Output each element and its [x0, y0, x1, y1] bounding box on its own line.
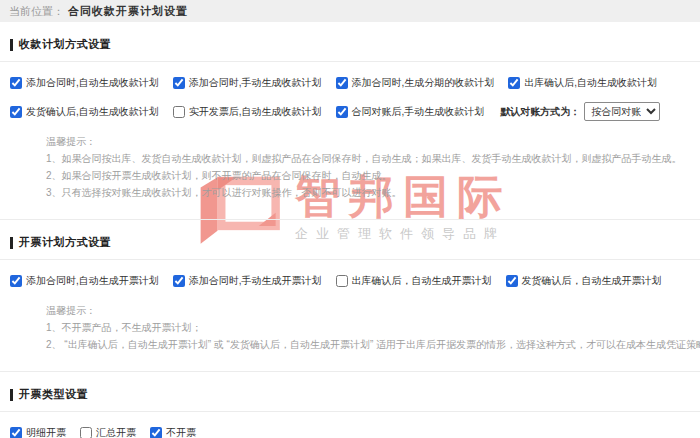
- checkbox-label: 实开发票后,自动生成收款计划: [189, 105, 322, 119]
- checkbox[interactable]: [173, 275, 185, 287]
- checkbox-label: 出库确认后,自动生成收款计划: [524, 76, 657, 90]
- breadcrumb-current-page: 合同收款开票计划设置: [68, 4, 188, 19]
- checkbox-item[interactable]: 出库确认后，自动生成开票计划: [336, 274, 492, 288]
- checkbox-row: 明细开票汇总开票不开票: [0, 423, 700, 438]
- section-title-bar: [10, 237, 13, 249]
- checkbox[interactable]: [10, 77, 22, 89]
- checkbox-item[interactable]: 添加合同时,自动生成开票计划: [10, 274, 159, 288]
- checkbox-row: 添加合同时,自动生成开票计划添加合同时,手动生成开票计划出库确认后，自动生成开票…: [0, 271, 700, 290]
- checkbox[interactable]: [150, 427, 162, 438]
- checkbox-item[interactable]: 出库确认后,自动生成收款计划: [508, 76, 657, 90]
- section-title: 开票计划方式设置: [19, 235, 111, 250]
- settings-content: 收款计划方式设置添加合同时,自动生成收款计划添加合同时,手动生成收款计划添加合同…: [0, 22, 700, 438]
- settings-section: 开票计划方式设置添加合同时,自动生成开票计划添加合同时,手动生成开票计划出库确认…: [0, 219, 700, 371]
- checkbox-label: 添加合同时,生成分期的收款计划: [352, 76, 495, 90]
- settings-section: 收款计划方式设置添加合同时,自动生成收款计划添加合同时,手动生成收款计划添加合同…: [0, 22, 700, 219]
- section-title-bar: [10, 389, 13, 401]
- checkbox[interactable]: [10, 106, 22, 118]
- checkbox-item[interactable]: 添加合同时,手动生成开票计划: [173, 274, 322, 288]
- checkbox-label: 汇总开票: [96, 426, 136, 438]
- tip-line: 1、不开票产品，不生成开票计划；: [46, 319, 700, 336]
- checkbox[interactable]: [10, 427, 22, 438]
- reconcile-mode-label: 默认对账方式为：: [500, 105, 580, 119]
- breadcrumb-label: 当前位置：: [9, 4, 64, 19]
- reconcile-mode-select[interactable]: 按合同对账: [584, 102, 660, 121]
- checkbox[interactable]: [506, 275, 518, 287]
- checkbox[interactable]: [336, 106, 348, 118]
- checkbox[interactable]: [80, 427, 92, 438]
- checkbox-item[interactable]: 明细开票: [10, 426, 66, 438]
- checkbox-label: 添加合同时,自动生成收款计划: [26, 76, 159, 90]
- checkbox-item[interactable]: 发货确认后，自动生成开票计划: [506, 274, 662, 288]
- checkbox[interactable]: [10, 275, 22, 287]
- checkbox-item[interactable]: 实开发票后,自动生成收款计划: [173, 105, 322, 119]
- tips-title: 温馨提示：: [46, 133, 700, 150]
- section-title-bar: [10, 39, 13, 51]
- checkbox-item[interactable]: 发货确认后,自动生成收款计划: [10, 105, 159, 119]
- settings-section: 开票类型设置明细开票汇总开票不开票: [0, 371, 700, 438]
- section-header: 开票计划方式设置: [0, 220, 700, 260]
- checkbox-label: 不开票: [166, 426, 196, 438]
- checkbox-item[interactable]: 汇总开票: [80, 426, 136, 438]
- checkbox-item[interactable]: 添加合同时,手动生成收款计划: [173, 76, 322, 90]
- section-header: 收款计划方式设置: [0, 22, 700, 62]
- breadcrumb: 当前位置： 合同收款开票计划设置: [0, 0, 700, 22]
- checkbox-item[interactable]: 添加合同时,生成分期的收款计划: [336, 76, 495, 90]
- checkbox-item[interactable]: 添加合同时,自动生成收款计划: [10, 76, 159, 90]
- checkbox[interactable]: [336, 77, 348, 89]
- checkbox[interactable]: [173, 106, 185, 118]
- section-title: 收款计划方式设置: [19, 37, 111, 52]
- tip-line: 2、如果合同按开票生成收款计划，则不开票的产品在合同保存时，自动生成。: [46, 167, 700, 184]
- checkbox-label: 出库确认后，自动生成开票计划: [352, 274, 492, 288]
- checkbox-label: 添加合同时,手动生成开票计划: [189, 274, 322, 288]
- checkbox-row: 添加合同时,自动生成收款计划添加合同时,手动生成收款计划添加合同时,生成分期的收…: [0, 73, 700, 92]
- checkbox-label: 添加合同时,手动生成收款计划: [189, 76, 322, 90]
- section-title: 开票类型设置: [19, 387, 88, 402]
- checkbox-label: 添加合同时,自动生成开票计划: [26, 274, 159, 288]
- tips-title: 温馨提示：: [46, 302, 700, 319]
- checkbox-label: 合同对账后,手动生成收款计划: [352, 105, 485, 119]
- checkbox-label: 发货确认后,自动生成收款计划: [26, 105, 159, 119]
- tip-line: 1、如果合同按出库、发货自动生成收款计划，则虚拟产品在合同保存时，自动生成；如果…: [46, 150, 700, 167]
- checkbox-item[interactable]: 合同对账后,手动生成收款计划: [336, 105, 485, 119]
- tip-line: 3、只有选择按对账生成收款计划，才可以进行对账操作，否则不可以进行对账。: [46, 184, 700, 201]
- checkbox[interactable]: [173, 77, 185, 89]
- checkbox[interactable]: [508, 77, 520, 89]
- checkbox[interactable]: [336, 275, 348, 287]
- checkbox-label: 明细开票: [26, 426, 66, 438]
- tips-block: 温馨提示：1、不开票产品，不生成开票计划；2、 “出库确认后，自动生成开票计划”…: [0, 302, 700, 371]
- tip-line: 2、 “出库确认后，自动生成开票计划” 或 “发货确认后，自动生成开票计划” 适…: [46, 336, 700, 353]
- checkbox-label: 发货确认后，自动生成开票计划: [522, 274, 662, 288]
- section-header: 开票类型设置: [0, 372, 700, 412]
- checkbox-row: 发货确认后,自动生成收款计划实开发票后,自动生成收款计划合同对账后,手动生成收款…: [0, 102, 700, 121]
- tips-block: 温馨提示：1、如果合同按出库、发货自动生成收款计划，则虚拟产品在合同保存时，自动…: [0, 133, 700, 219]
- reconcile-mode-field: 默认对账方式为：按合同对账: [500, 102, 660, 121]
- checkbox-item[interactable]: 不开票: [150, 426, 196, 438]
